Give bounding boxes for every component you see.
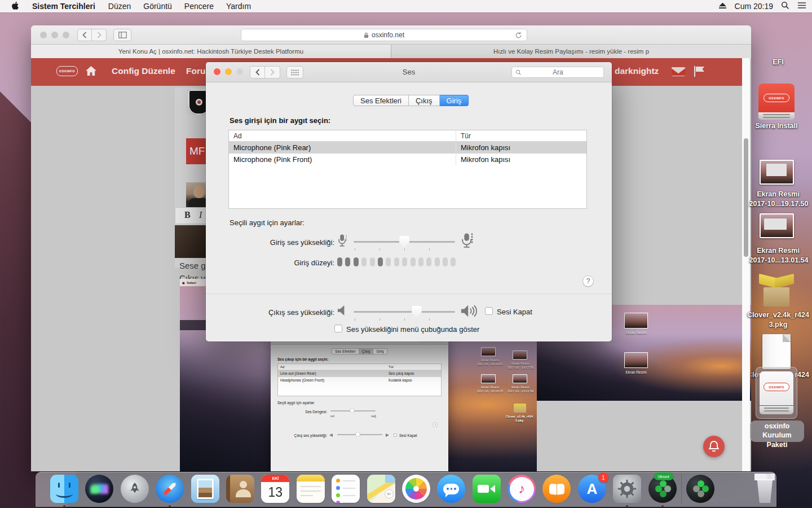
sound-window-titlebar[interactable]: Ses [206,62,612,82]
sidebar-toggle-button[interactable] [113,29,131,41]
dock-itunes-icon[interactable]: ♪ [508,475,536,503]
embedded-tab-effects: Ses Efektleri [332,348,359,354]
desktop-icon-clover-pkg[interactable] [758,275,795,308]
zoom-button[interactable] [63,32,69,38]
desktop-icon-osxinfo-paketi[interactable]: OSXINFO [760,371,793,414]
menu-duzen[interactable]: Düzen [102,2,137,11]
home-icon[interactable] [85,65,97,78]
dock-maps-icon[interactable]: 3D [367,475,395,503]
bold-button[interactable]: B [184,210,191,220]
header-username[interactable]: darknightz [615,66,659,76]
dock-ibooks-icon[interactable] [542,475,571,503]
table-header[interactable]: Ad Tür [229,130,586,142]
dock-reminders-icon[interactable] [332,475,360,503]
minimize-button[interactable] [51,32,58,38]
tab-ses-efektleri[interactable]: Ses Efektleri [353,95,409,106]
desktop-icon-document[interactable] [762,334,791,369]
dock-notes-icon[interactable] [297,475,325,503]
tab-giris[interactable]: Giriş [440,95,469,106]
slider-thumb[interactable] [399,236,409,247]
table-row[interactable]: Microphone (Pink Rear) Mikrofon kapısı [229,142,586,154]
address-bar-url: osxinfo.net [372,31,404,39]
slider-track[interactable] [354,311,455,313]
desktop-icon-efi-label[interactable]: EFI [751,58,805,67]
desktop-icon-sierra-install[interactable]: OSXINFO [758,84,795,120]
dock-facetime-icon[interactable] [473,475,501,503]
address-bar[interactable]: osxinfo.net [241,29,527,41]
safari-tab-bar: Yeni Konu Aç | osxinfo.net: Hackintosh T… [31,45,751,58]
dock-siri-icon[interactable] [85,475,113,503]
tab-cikis[interactable]: Çıkış [409,95,440,106]
menu-goruntu[interactable]: Görüntü [137,2,178,11]
slider-thumb[interactable] [412,306,422,317]
spotlight-search-icon[interactable] [781,1,789,11]
reload-icon[interactable] [515,32,522,39]
tab-image-upload[interactable]: Hızlı ve Kolay Resim Paylaşımı - resim y… [391,45,751,58]
mute-checkbox-label[interactable]: Sesi Kapat [497,308,532,316]
apple-menu-icon[interactable] [0,1,25,12]
back-button[interactable] [77,29,92,41]
far-shot-thumb [624,313,648,329]
input-device-table: Ad Tür Microphone (Pink Rear) Mikrofon k… [228,130,587,209]
tab-forum[interactable]: Yeni Konu Aç | osxinfo.net: Hackintosh T… [31,45,391,58]
menubar-volume-checkbox[interactable] [334,325,342,332]
menubar-app-name[interactable]: Sistem Tercihleri [25,2,102,11]
osxinfo-logo[interactable]: OSXINFO [56,66,78,76]
table-row[interactable]: Microphone (Pink Front) Mikrofon kapısı [229,154,586,165]
dock-appstore-icon[interactable]: A 1 [578,475,606,503]
osxinfo-label-pill[interactable]: osxinfo Kurulum Paketi [750,421,804,442]
dock-messages-icon[interactable] [437,475,465,503]
embedded-balance-right: sağ [371,414,376,418]
dock-mail-icon[interactable] [191,475,219,503]
level-segment [451,257,456,266]
level-segment [354,257,359,266]
desktop-icon-screenshot-1[interactable] [760,160,794,185]
dock-clover-icon[interactable] [686,475,714,503]
output-volume-label: Çıkış ses yüksekliği: [206,308,334,317]
push-bell-widget[interactable] [703,436,725,457]
mini-icon-label: Ekran Resmi [474,386,506,389]
screenshot-2-label-line2[interactable]: 2017-10...13.01.54 [745,256,812,265]
dock-trash-icon[interactable] [751,475,779,503]
close-button[interactable] [40,32,47,38]
menubar-clock[interactable]: Cum 20:19 [735,2,773,11]
nav-forum[interactable]: Foru [186,66,205,76]
italic-button[interactable]: I [199,210,202,220]
dock-safari-icon[interactable] [156,475,184,503]
far-shot-label: Ekran Resmi [619,370,654,375]
input-volume-slider[interactable] [354,236,455,247]
desktop-icon-sierra-label[interactable]: Sierra Install [751,121,802,130]
flag-icon[interactable] [694,65,706,80]
desktop-icon-screenshot-2[interactable] [760,213,794,238]
column-header-tur[interactable]: Tür [456,130,586,141]
sound-tabs: Ses Efektleri Çıkış Giriş [353,95,469,106]
output-volume-slider[interactable] [354,306,455,317]
messages-envelope-icon[interactable] [671,67,686,79]
help-button[interactable]: ? [582,275,594,287]
page-scrollbar-thumb[interactable] [744,138,748,257]
clover-pkg-label-line2[interactable]: 3.pkg [751,320,805,329]
nav-config-duzenle[interactable]: Config Düzenle [112,66,175,76]
clover-pkg-label-line1[interactable]: Clover_v2.4k_r424 [743,310,812,319]
menu-yardim[interactable]: Yardım [220,2,257,11]
notification-center-icon[interactable] [797,2,806,11]
dock-calendar-icon[interactable]: EKİ 13 [261,475,289,503]
column-header-ad[interactable]: Ad [229,132,456,140]
dock-clover-configurator-icon[interactable]: Vibrant [648,475,677,503]
menu-pencere[interactable]: Pencere [178,2,220,11]
dock-contacts-icon[interactable] [226,475,254,503]
eject-icon[interactable] [718,2,727,11]
dock-launchpad-icon[interactable] [121,475,149,503]
screenshot-2-label-line1[interactable]: Ekran Resmi [751,246,805,255]
forward-button[interactable] [92,29,107,41]
screenshot-1-label-line1[interactable]: Ekran Resmi [751,190,805,199]
dock-system-preferences-icon[interactable] [613,475,641,503]
device-name: Microphone (Pink Front) [229,155,456,164]
dock-finder-icon[interactable] [50,475,78,503]
microphone-loud-icon [461,232,473,251]
menubar-volume-checkbox-label[interactable]: Ses yüksekliğini menü çubuğunda göster [346,325,479,334]
prefs-search-input[interactable] [511,67,604,78]
dock-photos-icon[interactable] [402,475,430,503]
screenshot-1-label-line2[interactable]: 2017-10...19.17.50 [745,199,812,208]
mute-checkbox[interactable] [485,307,493,315]
